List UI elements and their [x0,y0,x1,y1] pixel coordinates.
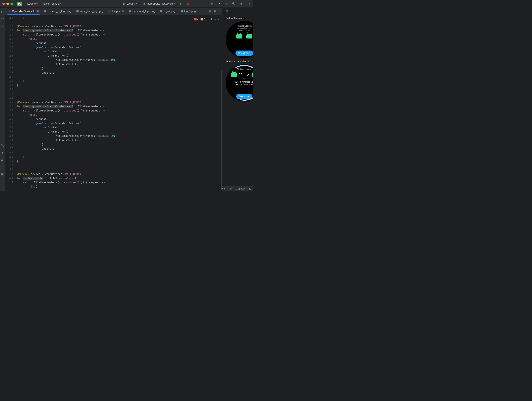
preview-after-80[interactable]: during match after 80 minutes Fictional … [226,60,253,101]
search-icon[interactable]: 🔍 [231,1,236,7]
editor[interactable]: 155 156 157 158 159 160 161 162 163 164 … [5,15,222,191]
image-file-icon: ▦ [129,10,132,13]
project-tool-icon[interactable]: ▢ [0,9,5,14]
away-team-icon [246,34,252,38]
tabs-more-icon[interactable]: ⋮ [217,9,222,13]
kotlin-file-icon: Ⓚ [108,10,111,13]
folder-icon [2,187,4,190]
view-list-icon[interactable]: ☰ [203,9,207,13]
chevron-down-icon: ▾ [60,3,61,5]
hint-count: 5 [211,17,212,21]
minimize-window-icon[interactable] [6,3,9,5]
preview-title: before the match [226,17,253,20]
tab-label: SportsTileService.kt [12,10,35,13]
titlebar: PL PLDemo ▾ Version control ▾ ◧ Wear 4 ▾… [0,0,253,8]
preview-title: during match after 80 minutes [226,60,253,63]
run-button[interactable]: ▶ [178,1,184,7]
error-icon [194,18,196,20]
home-team-icon [231,72,237,77]
tab-label: richmond_logo.png [133,10,155,13]
editor-tabs: Ⓚ SportsTileService.kt ✕ ▦ themes_fc_log… [5,8,222,15]
structure-tool-icon[interactable]: ⌥ [0,16,5,21]
left-tool-rail: ▢ ⌥ ⋯ 🔨 ◈ ☰ ⊘ ▣ ⑂ [0,8,5,186]
vcs-label: Version control [42,2,60,5]
lock-icon[interactable] [249,188,251,190]
tab-helpers[interactable]: Ⓚ Helpers.kt [106,8,127,15]
warning-icon [201,18,203,20]
image-file-icon: ▦ [44,10,47,13]
close-window-icon[interactable] [2,3,5,5]
preview-before-match[interactable]: before the match Fictional League Back r… [226,17,253,58]
league-label: Fictional League [237,25,252,27]
tab-label: themes_fc_logo.png [48,10,71,13]
kotlin-file-icon: Ⓚ [8,10,11,13]
tab-logo2[interactable]: ▦ logo2.png [158,8,178,15]
next-highlight-icon[interactable]: ∨ [218,17,219,21]
preview-layout-icon[interactable]: ▥ [224,9,229,14]
device-label: Wear 4 [127,2,135,5]
terminal-tool-icon[interactable]: ▣ [0,172,5,176]
image-file-icon: ▦ [76,10,79,13]
project-name: PLDemo [25,2,36,5]
settings-icon[interactable]: ⚙ [238,1,244,7]
warning-count: 4 [204,17,205,21]
view-mode-icon[interactable]: ▤ [208,9,212,13]
device-icon: ◧ [121,1,126,6]
hint-icon: ✓ [207,18,210,20]
services-tool-icon[interactable]: ☰ [0,157,5,162]
tab-label: Helpers.kt [112,10,124,13]
image-file-icon: ▦ [160,10,163,13]
error-count: 1 [197,17,199,21]
stadium-label: Back road Stadium [237,27,252,29]
tab-label: logo1.png [184,10,196,13]
device-selector[interactable]: ◧ Wear 4 ▾ [120,1,139,7]
project-selector[interactable]: PLDemo ▾ [24,1,39,6]
separator [244,34,244,38]
readonly-icon[interactable]: ⎘ [228,186,233,191]
run-config-selector[interactable]: ▣ app.SportsTileService ▾ [140,1,176,7]
close-tab-icon[interactable]: ✕ [37,10,39,13]
code-area[interactable]: } @Preview(device = WearDevices.SMALL_RO… [17,15,222,191]
sync-icon[interactable]: ↻ [224,1,229,7]
line-gutter: 155 156 157 158 159 160 161 162 163 164 … [5,15,17,191]
tab-richmond-logo[interactable]: ▦ richmond_logo.png [127,8,158,15]
preview-mode-icon[interactable]: ▣ [213,9,217,13]
datetime-label: Jun 21, 19:00 [239,29,250,31]
tab-label: logo2.png [164,10,176,13]
updates-icon[interactable]: ✦ [216,1,222,7]
tab-westham-logo[interactable]: ▦ west_ham_logo.png [74,8,106,15]
indent-settings[interactable]: 2 spaces* [236,187,247,190]
tab-logo1[interactable]: ▦ logo1.png [178,8,198,15]
zoom-window-icon[interactable] [10,3,13,5]
project-badge: PL [17,2,22,6]
tab-themes-logo[interactable]: ▦ themes_fc_logo.png [41,8,74,15]
home-team-icon [236,34,242,38]
more-actions-icon[interactable]: ⋮ [192,1,198,7]
account-icon[interactable]: ◯ [245,1,251,7]
tile-preview-pane: ▥ ✓ Up-to-date before the match Fictiona… [222,8,253,186]
run-config-label: app.SportsTileService [147,2,173,5]
tab-label: west_ham_logo.png [80,10,103,13]
chevron-down-icon: ▾ [174,3,175,5]
vcs-tool-icon[interactable]: ⑂ [0,179,5,184]
run-config-icon: ▣ [142,1,146,6]
see-details-button[interactable]: See details [235,50,253,56]
window-controls[interactable] [2,3,13,5]
debug-button[interactable]: 🐞 [185,1,191,7]
bookmarks-tool-icon[interactable]: ◈ [0,150,5,155]
tabs-dropdown-icon[interactable]: ▾ [198,9,202,13]
build-tool-icon[interactable]: 🔨 [0,143,5,148]
vcs-menu[interactable]: Version control ▾ [41,1,63,6]
chevron-down-icon: ▾ [37,3,38,5]
prev-highlight-icon[interactable]: ∧ [214,17,216,21]
chevron-down-icon: ▾ [136,3,137,5]
inspection-widget[interactable]: 1 4 ✓5 ∧ ∨ [192,16,221,21]
tab-sportstileservice[interactable]: Ⓚ SportsTileService.kt ✕ [6,8,41,15]
more-tool-icon[interactable]: ⋯ [0,24,5,28]
away-team-icon [252,72,253,77]
image-file-icon: ▦ [180,10,183,13]
code-with-me-icon[interactable]: ⎋ [209,1,215,7]
problems-tool-icon[interactable]: ⊘ [0,164,5,169]
scrollbar-thumb[interactable] [221,71,222,190]
